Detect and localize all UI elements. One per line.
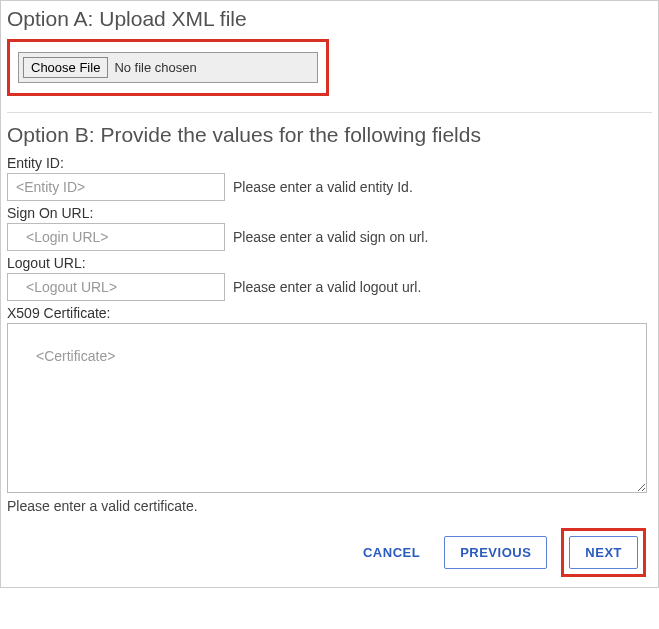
cancel-button[interactable]: CANCEL — [353, 537, 430, 568]
entity-id-label: Entity ID: — [7, 155, 652, 171]
cert-hint: Please enter a valid certificate. — [7, 498, 652, 514]
entity-id-hint: Please enter a valid entity Id. — [233, 179, 413, 195]
section-divider — [7, 112, 652, 113]
next-button[interactable]: NEXT — [569, 536, 638, 569]
sign-on-hint: Please enter a valid sign on url. — [233, 229, 428, 245]
next-highlight-box: NEXT — [561, 528, 646, 577]
logout-hint: Please enter a valid logout url. — [233, 279, 421, 295]
form-container: Option A: Upload XML file Choose File No… — [0, 0, 659, 588]
upload-highlight-box: Choose File No file chosen — [7, 39, 329, 96]
file-picker[interactable]: Choose File No file chosen — [18, 52, 318, 83]
logout-label: Logout URL: — [7, 255, 652, 271]
cert-textarea[interactable] — [7, 323, 647, 493]
option-a-title: Option A: Upload XML file — [7, 7, 652, 31]
entity-id-input[interactable] — [7, 173, 225, 201]
cert-label: X509 Certificate: — [7, 305, 652, 321]
sign-on-row: Please enter a valid sign on url. — [7, 223, 652, 251]
entity-id-row: Please enter a valid entity Id. — [7, 173, 652, 201]
logout-row: Please enter a valid logout url. — [7, 273, 652, 301]
choose-file-button[interactable]: Choose File — [23, 57, 108, 78]
button-row: CANCEL PREVIOUS NEXT — [7, 528, 652, 577]
previous-button[interactable]: PREVIOUS — [444, 536, 547, 569]
sign-on-input[interactable] — [7, 223, 225, 251]
file-status-text: No file chosen — [114, 60, 196, 75]
option-b-title: Option B: Provide the values for the fol… — [7, 123, 652, 147]
logout-input[interactable] — [7, 273, 225, 301]
sign-on-label: Sign On URL: — [7, 205, 652, 221]
